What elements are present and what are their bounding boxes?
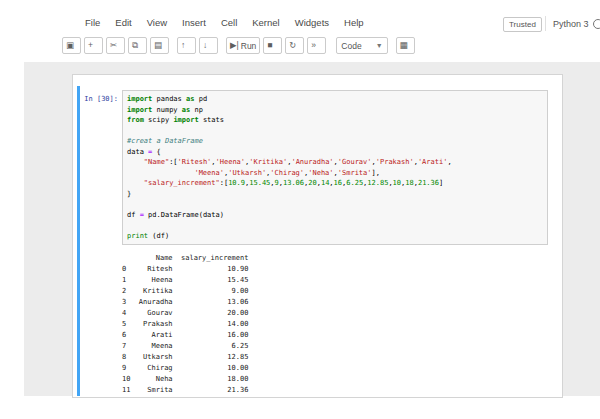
trusted-button[interactable]: Trusted: [503, 17, 542, 32]
save-icon: ▣: [66, 39, 74, 52]
menu-item-insert[interactable]: Insert: [182, 17, 206, 28]
arrow-down-icon: ↓: [203, 39, 207, 52]
arrow-up-icon: ↑: [181, 39, 185, 52]
kernel-name-label: Python 3: [553, 19, 589, 29]
header-divider: [545, 16, 546, 31]
menu-item-view[interactable]: View: [147, 17, 167, 28]
step-forward-icon: ▶|: [230, 39, 239, 52]
code-line: import numpy as np: [127, 105, 543, 116]
code-line: from scipy import stats: [127, 115, 543, 126]
save-button[interactable]: ▣: [62, 37, 81, 54]
code-line: "Name":['Ritesh','Heena','Kritika','Anur…: [127, 157, 543, 168]
keyboard-icon: ▦: [400, 39, 408, 52]
notebook-header: FileEditViewInsertCellKernelWidgetsHelp …: [0, 0, 600, 60]
selected-cell[interactable]: In [30]: import pandas as pdimport numpy…: [77, 86, 550, 396]
code-line: print (df): [127, 231, 543, 242]
code-editor[interactable]: import pandas as pdimport numpy as npfro…: [122, 90, 548, 245]
menu-item-help[interactable]: Help: [344, 17, 364, 28]
menu-bar: FileEditViewInsertCellKernelWidgetsHelp: [85, 17, 364, 28]
menu-item-kernel[interactable]: Kernel: [252, 17, 279, 28]
code-line: [127, 199, 543, 210]
code-line: #creat a DataFrame: [127, 136, 543, 147]
code-line: 'Meena','Utkarsh','Chirag','Neha','Smrit…: [127, 168, 543, 179]
run-button-label: Run: [241, 39, 257, 53]
code-line: data = {: [127, 147, 543, 158]
toolbar: ▣+✂⧉▤↑↓▶|Run■↻» Code ▼ ▦: [62, 37, 415, 54]
copy-cell-button[interactable]: ⧉: [128, 37, 147, 54]
refresh-icon: ↻: [289, 39, 296, 52]
interrupt-kernel-button[interactable]: ■: [263, 37, 282, 54]
command-palette-button[interactable]: ▦: [396, 37, 415, 54]
cell-type-value: Code: [341, 41, 361, 51]
scissors-icon: ✂: [110, 39, 117, 52]
code-line: "salary_increment":[10.9,15.45,9,13.06,2…: [127, 178, 543, 189]
copy-icon: ⧉: [132, 39, 138, 52]
kernel-idle-circle-icon: [593, 19, 600, 29]
code-line: df = pd.DataFrame(data): [127, 210, 543, 221]
add-cell-button[interactable]: +: [84, 37, 103, 54]
menu-item-file[interactable]: File: [85, 17, 100, 28]
cut-cell-button[interactable]: ✂: [106, 37, 125, 54]
plus-icon: +: [88, 39, 93, 52]
menu-item-widgets[interactable]: Widgets: [295, 17, 329, 28]
fast-forward-icon: »: [311, 39, 316, 52]
code-line: [127, 126, 543, 137]
move-cell-up-button[interactable]: ↑: [177, 37, 196, 54]
paste-icon: ▤: [154, 39, 162, 52]
move-cell-down-button[interactable]: ↓: [199, 37, 218, 54]
chevron-down-icon: ▼: [376, 42, 383, 49]
stop-icon: ■: [267, 39, 272, 52]
restart-kernel-button[interactable]: ↻: [285, 37, 304, 54]
restart-run-all-button[interactable]: »: [307, 37, 326, 54]
cell-output: Name salary_increment 0 Ritesh 10.90 1 H…: [122, 253, 550, 396]
input-prompt: In [30]:: [82, 95, 118, 103]
menu-item-cell[interactable]: Cell: [221, 17, 237, 28]
paste-cell-button[interactable]: ▤: [150, 37, 169, 54]
kernel-indicator-area: Python 3: [545, 16, 600, 31]
code-line: }: [127, 189, 543, 200]
code-line: [127, 220, 543, 231]
toolbar-buttons: ▣+✂⧉▤↑↓▶|Run■↻»: [62, 37, 326, 54]
run-button[interactable]: ▶|Run: [226, 37, 260, 54]
code-line: import pandas as pd: [127, 94, 543, 105]
menu-item-edit[interactable]: Edit: [115, 17, 131, 28]
cell-type-dropdown[interactable]: Code ▼: [336, 37, 387, 54]
